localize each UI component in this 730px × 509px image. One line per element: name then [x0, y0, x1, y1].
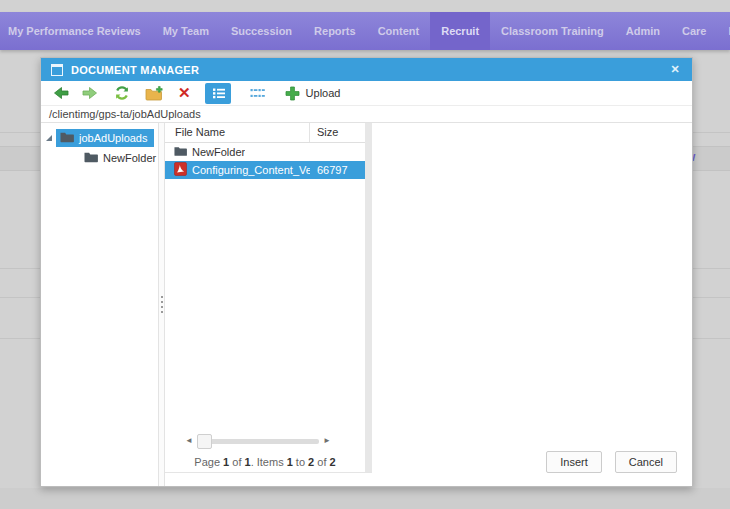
background-bottom-strip [0, 488, 730, 509]
tree-node-selected[interactable]: jobAdUploads [56, 129, 154, 147]
current-path: /clientimg/gps-ta/jobAdUploads [41, 106, 692, 123]
forward-arrow-icon [82, 86, 98, 100]
nav-item-admin[interactable]: Admin [615, 12, 671, 50]
pager-text: to [293, 456, 308, 468]
refresh-icon [114, 85, 130, 101]
back-button[interactable] [53, 86, 69, 100]
list-view-icon [210, 86, 226, 100]
scrollbar-thumb[interactable] [197, 434, 212, 449]
scroll-right-icon[interactable]: ► [323, 437, 331, 445]
grid-header: File Name Size [165, 123, 365, 143]
scroll-left-icon[interactable]: ◄ [185, 437, 193, 445]
folder-icon [84, 152, 98, 165]
column-header-file-name[interactable]: File Name [165, 123, 310, 142]
file-name-cell: NewFolder [165, 146, 310, 159]
upload-label: Upload [306, 87, 341, 99]
folder-icon [174, 146, 187, 159]
dialog-title: DOCUMENT MANAGER [71, 64, 199, 76]
dialog-toolbar: ✕ [41, 81, 692, 106]
nav-item-my-team[interactable]: My Team [152, 12, 220, 50]
file-name-label: NewFolder [192, 146, 245, 158]
new-folder-button[interactable] [145, 86, 163, 101]
forward-button[interactable] [82, 86, 98, 100]
top-navigation: My Performance Reviews My Team Successio… [0, 12, 730, 50]
splitter-grip-icon [161, 296, 163, 298]
vertical-scrollbar[interactable] [365, 123, 372, 472]
file-name-label: Configuring_Content_Vendo [192, 164, 310, 176]
nav-item-truncated[interactable]: Inte [718, 12, 730, 50]
pager-text: . Items [251, 456, 287, 468]
cancel-button[interactable]: Cancel [615, 451, 677, 473]
grid-view-icon [249, 86, 265, 100]
new-folder-icon [145, 86, 163, 101]
nav-item-content[interactable]: Content [367, 12, 431, 50]
list-view-button[interactable] [205, 83, 231, 104]
close-icon[interactable]: ✕ [668, 64, 682, 75]
pager-number: 2 [330, 456, 336, 468]
nav-item-my-performance-reviews[interactable]: My Performance Reviews [0, 12, 152, 50]
nav-item-succession[interactable]: Succession [220, 12, 303, 50]
insert-button[interactable]: Insert [546, 451, 602, 473]
file-row-selected-pdf[interactable]: Configuring_Content_Vendo 66797 [165, 161, 365, 179]
dialog-titlebar: DOCUMENT MANAGER ✕ [41, 58, 692, 81]
tree-node-newfolder[interactable]: NewFolder [41, 149, 158, 167]
nav-item-reports[interactable]: Reports [303, 12, 367, 50]
horizontal-scrollbar[interactable]: ◄ ► [185, 437, 331, 445]
upload-button[interactable]: Upload [285, 86, 341, 101]
tree-node-label: jobAdUploads [79, 132, 148, 144]
back-arrow-icon [53, 86, 69, 100]
panel-splitter[interactable] [158, 123, 165, 486]
column-header-size[interactable]: Size [310, 123, 338, 142]
nav-item-care[interactable]: Care [671, 12, 717, 50]
file-size-cell: 66797 [310, 164, 348, 176]
scrollbar-track[interactable] [197, 439, 319, 444]
window-icon [51, 64, 63, 76]
tree-node-label: NewFolder [103, 152, 156, 164]
pager-text: Page [194, 456, 223, 468]
dialog-actions: Insert Cancel [546, 451, 677, 473]
folder-tree: jobAdUploads NewFolder [41, 123, 158, 486]
folder-icon [60, 132, 74, 145]
refresh-button[interactable] [114, 85, 130, 101]
nav-item-classroom-training[interactable]: Classroom Training [490, 12, 615, 50]
upload-plus-icon [285, 86, 300, 101]
nav-item-recruit[interactable]: Recruit [430, 12, 490, 50]
pager-text: of [314, 456, 329, 468]
file-row-newfolder[interactable]: NewFolder [165, 143, 365, 161]
dialog-content: jobAdUploads NewFolder File Name Size [41, 123, 692, 486]
tree-expander-icon[interactable] [46, 135, 52, 141]
pager-text: of [229, 456, 244, 468]
document-manager-dialog: DOCUMENT MANAGER ✕ [40, 57, 693, 487]
pager-status: Page 1 of 1. Items 1 to 2 of 2 [165, 456, 365, 468]
file-name-cell: Configuring_Content_Vendo [165, 162, 310, 178]
pdf-file-icon [174, 162, 187, 178]
grid-view-button[interactable] [244, 83, 270, 104]
delete-icon: ✕ [178, 85, 191, 100]
file-grid: File Name Size NewFolder [165, 123, 372, 473]
delete-button[interactable]: ✕ [178, 86, 191, 100]
tree-node-jobaduploads[interactable]: jobAdUploads [41, 129, 158, 147]
